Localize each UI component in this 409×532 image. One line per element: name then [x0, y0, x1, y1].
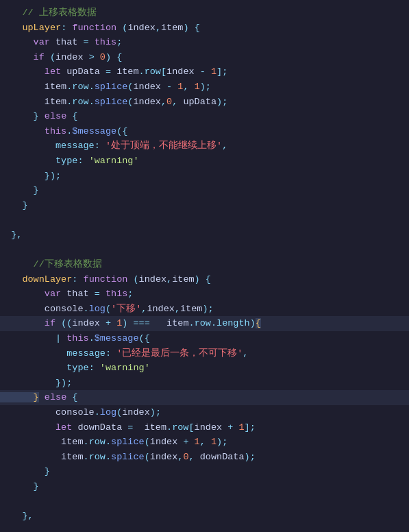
code-line-25: type: 'warning'	[0, 361, 409, 376]
code-line-32: }	[0, 464, 409, 479]
code-line-15	[0, 213, 409, 228]
code-line-29: let downData = item.row[index + 1];	[0, 420, 409, 435]
code-line-18: //下移表格数据	[0, 257, 409, 272]
code-line-11: type: 'warning'	[0, 154, 409, 169]
code-line-20: var that = this;	[0, 287, 409, 302]
code-editor: // 上移表格数据 upLayer: function (index,item)…	[0, 0, 409, 532]
code-line-35: },	[0, 509, 409, 524]
code-line-26: });	[0, 376, 409, 391]
code-line-28: console.log(index);	[0, 405, 409, 420]
code-line-34	[0, 494, 409, 509]
code-line-2: upLayer: function (index,item) {	[0, 21, 409, 36]
code-line-21: console.log('下移',index,item);	[0, 302, 409, 317]
code-line-24: message: '已经是最后一条，不可下移',	[0, 346, 409, 361]
code-line-12: });	[0, 169, 409, 184]
code-line-9: this.$message({	[0, 124, 409, 139]
code-line-4: if (index > 0) {	[0, 50, 409, 65]
code-line-10: message: '处于顶端，不能继续上移',	[0, 138, 409, 154]
code-line-13: }	[0, 183, 409, 198]
code-line-6: item.row.splice(index - 1, 1);	[0, 80, 409, 95]
code-line-16: },	[0, 228, 409, 243]
code-line-19: downLayer: function (index,item) {	[0, 272, 409, 287]
code-line-31: item.row.splice(index,0, downData);	[0, 450, 409, 465]
code-line-14: }	[0, 198, 409, 213]
code-line-33: }	[0, 479, 409, 494]
code-line-3: var that = this;	[0, 35, 409, 50]
code-line-7: item.row.splice(index,0, upData);	[0, 95, 409, 110]
code-line-23: | this.$message({	[0, 331, 409, 346]
code-line-5: let upData = item.row[index - 1];	[0, 64, 409, 80]
code-line-30: item.row.splice(index + 1, 1);	[0, 435, 409, 450]
code-line-8: } else {	[0, 109, 409, 124]
code-line-27: } else {	[0, 390, 409, 405]
code-line-17	[0, 243, 409, 258]
code-line-1: // 上移表格数据	[0, 5, 409, 21]
code-line-22: if ((index + 1) === item.row.length){	[0, 316, 409, 331]
